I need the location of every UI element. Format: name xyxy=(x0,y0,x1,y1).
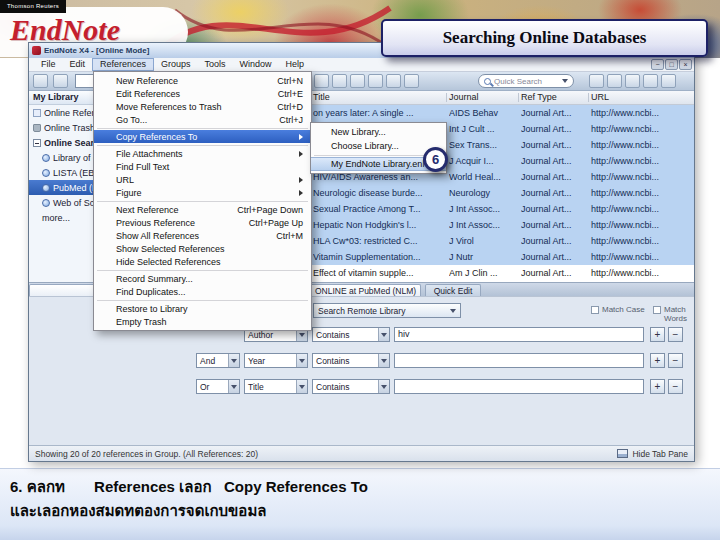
add-search-row-button[interactable]: + xyxy=(650,379,665,394)
menu-item-next-reference[interactable]: Next ReferenceCtrl+Page Down xyxy=(94,203,311,216)
menu-item-show-selected-references[interactable]: Show Selected References xyxy=(94,242,311,255)
comparator-select[interactable]: Contains xyxy=(312,379,390,394)
menu-references[interactable]: References xyxy=(92,58,154,71)
find-fulltext-icon[interactable] xyxy=(386,74,401,88)
statusbar: Showing 20 of 20 references in Group. (A… xyxy=(29,445,694,461)
search-term-input[interactable]: hiv xyxy=(394,327,644,342)
remove-search-row-button[interactable]: − xyxy=(668,379,683,394)
help-icon[interactable] xyxy=(661,74,676,88)
step-badge: 6 xyxy=(423,147,448,172)
menu-item-show-all-references[interactable]: Show All ReferencesCtrl+M xyxy=(94,229,311,242)
comparator-select[interactable]: Contains xyxy=(312,327,390,342)
menu-window[interactable]: Window xyxy=(233,58,279,71)
remove-search-row-button[interactable]: − xyxy=(668,327,683,342)
submenu-arrow-icon xyxy=(299,134,303,140)
search-row: And Year Contains + − xyxy=(29,353,694,369)
globe-icon xyxy=(42,199,50,207)
match-case-checkbox[interactable] xyxy=(591,306,599,314)
menu-item-find-full-text[interactable]: Find Full Text xyxy=(94,160,311,173)
boolean-select[interactable]: Or xyxy=(196,379,240,394)
menu-help[interactable]: Help xyxy=(279,58,312,71)
integrated-mode-icon[interactable] xyxy=(33,74,48,88)
copy-icon[interactable] xyxy=(589,74,604,88)
submenu-arrow-icon xyxy=(299,190,303,196)
format-bibliography-icon[interactable] xyxy=(625,74,640,88)
menu-tools[interactable]: Tools xyxy=(198,58,233,71)
match-words-checkbox[interactable] xyxy=(653,306,661,314)
caption-line-1: 6. คลกท References เลอก Copy References … xyxy=(10,475,710,499)
doc-minimize-button[interactable]: − xyxy=(651,59,664,70)
insert-citation-icon[interactable] xyxy=(607,74,622,88)
endnote-logo: EndNote xyxy=(10,13,120,47)
field-select[interactable]: Title xyxy=(244,379,308,394)
menu-item-edit-references[interactable]: Edit ReferencesCtrl+E xyxy=(94,87,311,100)
menu-item-restore-to-library[interactable]: Restore to Library xyxy=(94,302,311,315)
menu-groups[interactable]: Groups xyxy=(154,58,198,71)
export-icon[interactable] xyxy=(368,74,383,88)
comparator-select[interactable]: Contains xyxy=(312,353,390,368)
online-search-icon[interactable] xyxy=(332,74,347,88)
menu-separator xyxy=(97,270,308,271)
menu-item-record-summary[interactable]: Record Summary... xyxy=(94,272,311,285)
submenu-item-new-library[interactable]: New Library... xyxy=(311,125,446,139)
menu-item-file-attachments[interactable]: File Attachments xyxy=(94,147,311,160)
column-url[interactable]: URL xyxy=(591,91,609,104)
collapse-box-icon[interactable] xyxy=(33,139,41,147)
search-icon xyxy=(484,78,491,85)
chevron-down-icon xyxy=(381,359,387,363)
menu-item-empty-trash[interactable]: Empty Trash xyxy=(94,315,311,328)
thomson-reuters-logo: Thomson Reuters xyxy=(0,0,66,13)
search-term-input[interactable] xyxy=(394,379,644,394)
menu-item-find-duplicates[interactable]: Find Duplicates... xyxy=(94,285,311,298)
go-to-word-icon[interactable] xyxy=(643,74,658,88)
menu-item-hide-selected-references[interactable]: Hide Selected References xyxy=(94,255,311,268)
menu-item-previous-reference[interactable]: Previous ReferenceCtrl+Page Up xyxy=(94,216,311,229)
column-divider[interactable] xyxy=(518,93,519,102)
menu-file[interactable]: File xyxy=(34,58,63,71)
menu-item-copy-references-to[interactable]: Copy References To xyxy=(94,130,311,143)
field-select[interactable]: Year xyxy=(244,353,308,368)
match-words-label: Match Words xyxy=(664,305,694,323)
doc-close-button[interactable]: × xyxy=(679,59,692,70)
menu-separator xyxy=(97,145,308,146)
search-library-select[interactable]: Search Remote Library xyxy=(313,303,461,318)
chevron-down-icon xyxy=(231,385,237,389)
quick-search-input[interactable]: Quick Search xyxy=(478,74,574,88)
add-search-row-button[interactable]: + xyxy=(650,327,665,342)
remove-search-row-button[interactable]: − xyxy=(668,353,683,368)
doc-restore-button[interactable]: □ xyxy=(665,59,678,70)
submenu-arrow-icon xyxy=(299,177,303,183)
new-reference-icon[interactable] xyxy=(314,74,329,88)
hide-tab-pane-label[interactable]: Hide Tab Pane xyxy=(632,449,688,459)
references-menu: New ReferenceCtrl+N Edit ReferencesCtrl+… xyxy=(93,71,312,331)
chevron-down-icon xyxy=(299,359,305,363)
slide-title: Searching Online Databases xyxy=(381,19,708,57)
globe-icon xyxy=(42,169,50,177)
endnote-app-icon xyxy=(32,46,41,55)
menu-edit[interactable]: Edit xyxy=(63,58,93,71)
menu-item-new-reference[interactable]: New ReferenceCtrl+N xyxy=(94,74,311,87)
menu-item-go-to[interactable]: Go To...Ctrl+J xyxy=(94,113,311,126)
chevron-down-icon xyxy=(381,333,387,337)
chevron-down-icon xyxy=(231,359,237,363)
hide-tab-pane-icon[interactable] xyxy=(617,449,628,458)
menu-separator xyxy=(97,128,308,129)
column-title[interactable]: Title xyxy=(313,91,330,104)
menu-item-figure[interactable]: Figure xyxy=(94,186,311,199)
boolean-select[interactable]: And xyxy=(196,353,240,368)
chevron-down-icon xyxy=(299,385,305,389)
add-search-row-button[interactable]: + xyxy=(650,353,665,368)
column-divider[interactable] xyxy=(588,93,589,102)
open-link-icon[interactable] xyxy=(404,74,419,88)
online-mode-icon[interactable] xyxy=(53,74,68,88)
column-ref-type[interactable]: Ref Type xyxy=(521,91,557,104)
slide: Thomson Reuters EndNote Searching Online… xyxy=(0,0,720,540)
menu-item-url[interactable]: URL xyxy=(94,173,311,186)
import-icon[interactable] xyxy=(350,74,365,88)
menu-item-move-references-to-trash[interactable]: Move References to TrashCtrl+D xyxy=(94,100,311,113)
search-term-input[interactable] xyxy=(394,353,644,368)
menu-separator xyxy=(97,201,308,202)
column-divider[interactable] xyxy=(446,93,447,102)
column-journal[interactable]: Journal xyxy=(449,91,479,104)
caption-line-2: และเลอกหองสมดทตองการจดเกบขอมล xyxy=(10,499,710,523)
